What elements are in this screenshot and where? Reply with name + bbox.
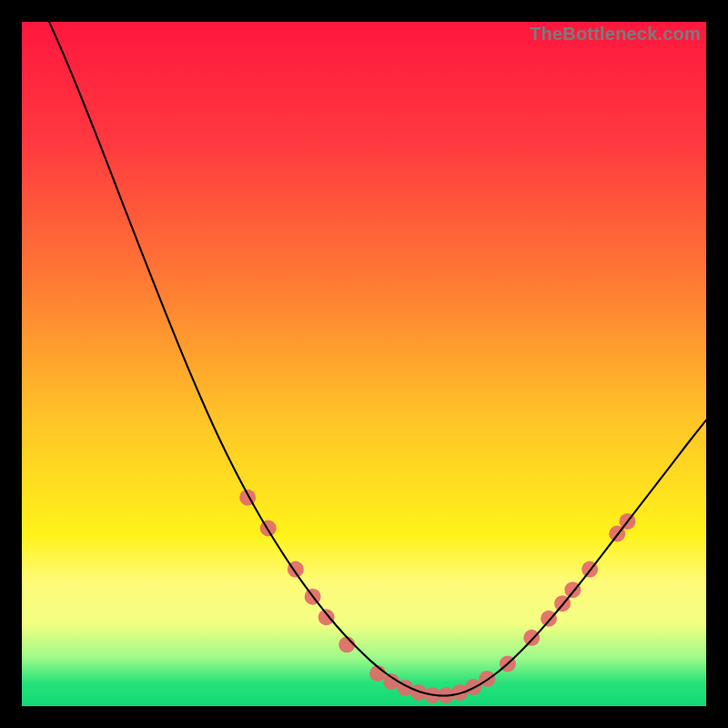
plot-area: TheBottleneck.com [22,22,706,706]
gradient-background [22,22,706,706]
highlight-dot [541,611,557,627]
highlight-dot [318,609,335,625]
highlight-dot [260,520,277,536]
watermark-text: TheBottleneck.com [530,24,701,45]
bottleneck-chart [22,22,706,706]
outer-frame: TheBottleneck.com [0,0,728,728]
highlight-dot [523,630,540,646]
